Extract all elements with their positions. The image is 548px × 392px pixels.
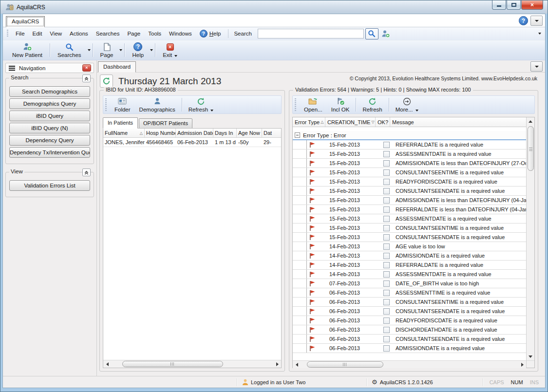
column-header-fullname[interactable]: FullName△ bbox=[103, 129, 145, 137]
searches-dropdown-icon[interactable] bbox=[88, 49, 91, 51]
toolbar-grip[interactable] bbox=[7, 30, 8, 37]
sidebar-button[interactable]: iBID Query bbox=[9, 111, 90, 121]
scroll-down-icon[interactable] bbox=[527, 353, 534, 360]
dashboard-dropdown-button[interactable] bbox=[530, 61, 543, 72]
error-row[interactable]: 06-Feb-2013 CONSULTANTSEENDATE is a requ… bbox=[293, 307, 526, 316]
ok-checkbox[interactable] bbox=[383, 206, 390, 213]
menu-item-help[interactable]: ? Help bbox=[196, 29, 225, 38]
menu-item[interactable]: Windows bbox=[165, 29, 196, 38]
error-group-row[interactable]: Error Type : Error bbox=[293, 131, 526, 140]
scroll-right-icon[interactable] bbox=[273, 360, 281, 368]
toolbar-grip[interactable] bbox=[105, 98, 107, 111]
error-row[interactable]: 14-Feb-2013 AGE value is too low bbox=[293, 242, 526, 251]
ok-checkbox[interactable] bbox=[383, 262, 390, 268]
scroll-up-icon[interactable] bbox=[527, 117, 534, 125]
error-row[interactable]: 15-Feb-2013 ADMISSIONDATE is less than D… bbox=[293, 159, 526, 168]
menubar-overflow-icon[interactable] bbox=[538, 33, 541, 35]
maximize-button[interactable] bbox=[507, 0, 521, 10]
error-row[interactable]: 14-Feb-2013 ADMISSIONDATE is a required … bbox=[293, 251, 526, 261]
error-row[interactable]: 15-Feb-2013 ASSESSMENTDATE is a required… bbox=[293, 214, 526, 224]
folder-button[interactable]: Folder bbox=[110, 96, 135, 113]
help-button[interactable]: ? Help bbox=[127, 42, 149, 58]
scrollbar-thumb[interactable] bbox=[307, 361, 383, 368]
minimize-button[interactable] bbox=[492, 0, 506, 10]
sidebar-button[interactable]: Demographics Query bbox=[9, 98, 90, 109]
scroll-right-icon[interactable] bbox=[518, 361, 526, 369]
add-patient-icon[interactable] bbox=[381, 30, 390, 38]
ok-checkbox[interactable] bbox=[383, 225, 390, 231]
scrollbar-thumb[interactable] bbox=[122, 361, 223, 367]
error-row[interactable]: 15-Feb-2013 ADMISSIONDATE is less than D… bbox=[293, 196, 526, 205]
demographics-button[interactable]: Demographics bbox=[135, 96, 180, 113]
scroll-left-icon[interactable] bbox=[293, 361, 301, 369]
menu-item[interactable]: File bbox=[12, 29, 29, 38]
ok-checkbox[interactable] bbox=[383, 197, 390, 204]
sidebar-button[interactable]: Dependency Tx/Intervention Query bbox=[9, 147, 90, 158]
horizontal-scrollbar[interactable] bbox=[293, 360, 526, 368]
collapse-group-button[interactable] bbox=[82, 75, 91, 82]
refresh-dashboard-button[interactable] bbox=[100, 75, 113, 88]
navigation-close-button[interactable]: × bbox=[82, 64, 91, 72]
column-header-message[interactable]: Message bbox=[390, 117, 526, 127]
error-row[interactable]: 06-Feb-2013 READYFORDISCDATE is a requir… bbox=[293, 316, 526, 325]
error-row[interactable]: 15-Feb-2013 REFERRALDATE is a required v… bbox=[293, 140, 526, 149]
refresh-dropdown-icon[interactable] bbox=[210, 110, 213, 112]
ok-checkbox[interactable] bbox=[383, 142, 390, 148]
scrollbar-thumb[interactable] bbox=[528, 126, 534, 171]
ok-checkbox[interactable] bbox=[383, 179, 390, 185]
search-go-button[interactable] bbox=[365, 28, 378, 39]
error-row[interactable]: 06-Feb-2013 CONSULTANTSEENTIME is a requ… bbox=[293, 298, 526, 307]
column-header-ok[interactable]: OK? bbox=[376, 117, 390, 127]
ok-checkbox[interactable] bbox=[383, 216, 390, 222]
ok-checkbox[interactable] bbox=[383, 327, 390, 333]
ok-checkbox[interactable] bbox=[383, 160, 390, 167]
open-error-button[interactable]: Open... bbox=[300, 96, 327, 113]
column-header-age-now[interactable]: Age Now bbox=[237, 129, 262, 137]
menu-item[interactable]: Edit bbox=[29, 29, 46, 38]
error-row[interactable]: 15-Feb-2013 READYFORDISCDATE is a requir… bbox=[293, 177, 526, 187]
tab-in-patients[interactable]: In Patients bbox=[103, 117, 138, 129]
hamburger-icon[interactable] bbox=[9, 68, 15, 69]
sidebar-button[interactable]: iBID Query (N) bbox=[9, 123, 90, 133]
ok-checkbox[interactable] bbox=[383, 345, 390, 352]
column-header-days-in[interactable]: Days In bbox=[213, 129, 237, 137]
page-dropdown-icon[interactable] bbox=[119, 49, 122, 51]
scroll-left-icon[interactable] bbox=[103, 360, 111, 368]
ok-checkbox[interactable] bbox=[383, 169, 390, 176]
ok-checkbox[interactable] bbox=[383, 253, 390, 259]
menu-item[interactable]: Tools bbox=[144, 29, 165, 38]
tab-aquilacrs[interactable]: AquilaCRS bbox=[6, 16, 45, 27]
column-header-admission-date[interactable]: Admission Date bbox=[176, 129, 213, 137]
refresh-patients-button[interactable]: Refresh bbox=[184, 96, 218, 113]
refresh-errors-button[interactable]: Refresh bbox=[358, 96, 386, 113]
error-row[interactable]: 06-Feb-2013 ADMISSIONDATE is a required … bbox=[293, 344, 526, 353]
include-ok-button[interactable]: Incl OK bbox=[327, 96, 354, 113]
exit-dropdown-icon[interactable] bbox=[174, 55, 177, 57]
close-button[interactable]: × bbox=[521, 0, 543, 10]
sidebar-button[interactable]: Dependency Query bbox=[9, 135, 90, 146]
ok-checkbox[interactable] bbox=[383, 151, 390, 157]
error-row[interactable]: 15-Feb-2013 CONSULTANTSEENTIME is a requ… bbox=[293, 224, 526, 233]
error-row[interactable]: 15-Feb-2013 ASSESSMENTDATE is a required… bbox=[293, 149, 526, 159]
more-button[interactable]: More... bbox=[391, 96, 423, 113]
error-row[interactable]: 06-Feb-2013 ASSESSMENTTIME is a required… bbox=[293, 288, 526, 298]
help-dropdown-icon[interactable] bbox=[150, 49, 153, 51]
ok-checkbox[interactable] bbox=[383, 317, 390, 324]
help-icon[interactable]: ? bbox=[519, 16, 528, 25]
error-row[interactable]: 15-Feb-2013 CONSULTANTSEENTIME is a requ… bbox=[293, 168, 526, 177]
error-row[interactable]: 15-Feb-2013 CONSULTANTSEENDATE is a requ… bbox=[293, 233, 526, 242]
collapse-group-button[interactable] bbox=[82, 168, 91, 176]
menu-item[interactable]: Searches bbox=[92, 29, 124, 38]
tab-op-bort-patients[interactable]: OP/BORT Patients bbox=[139, 118, 192, 129]
horizontal-scrollbar[interactable] bbox=[103, 360, 281, 368]
search-input[interactable] bbox=[258, 29, 364, 38]
tabstrip-dropdown-button[interactable] bbox=[530, 16, 543, 26]
ok-checkbox[interactable] bbox=[383, 188, 390, 194]
collapse-minus-icon[interactable] bbox=[295, 132, 300, 138]
vertical-scrollbar[interactable] bbox=[526, 117, 534, 360]
error-row[interactable]: 06-Feb-2013 DISCHORDEATHDATE is a requir… bbox=[293, 325, 526, 335]
error-row[interactable]: 15-Feb-2013 REFERRALDATE is less than DA… bbox=[293, 205, 526, 214]
column-header-error-type[interactable]: Error Type△ bbox=[293, 117, 325, 127]
ok-checkbox[interactable] bbox=[383, 290, 390, 296]
ok-checkbox[interactable] bbox=[383, 271, 390, 278]
